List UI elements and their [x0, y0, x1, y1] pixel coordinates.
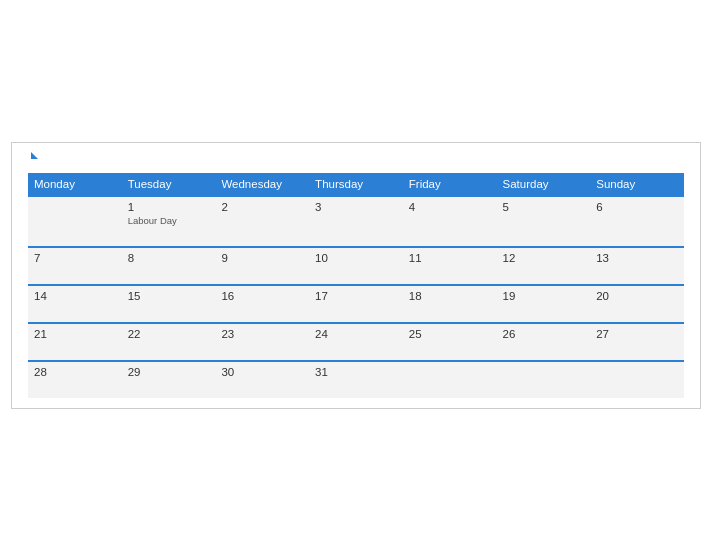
weekday-tuesday: Tuesday: [122, 173, 216, 196]
day-number: 7: [34, 252, 116, 264]
day-number: 15: [128, 290, 210, 302]
day-cell: 23: [215, 323, 309, 361]
day-cell: 3: [309, 196, 403, 247]
day-cell: 12: [497, 247, 591, 285]
day-cell: 30: [215, 361, 309, 398]
logo-triangle-icon: [31, 152, 38, 159]
day-number: 12: [503, 252, 585, 264]
day-number: 17: [315, 290, 397, 302]
day-number: 28: [34, 366, 116, 378]
week-row-3: 14151617181920: [28, 285, 684, 323]
day-number: 29: [128, 366, 210, 378]
day-cell: 22: [122, 323, 216, 361]
day-cell: 2: [215, 196, 309, 247]
calendar-table: MondayTuesdayWednesdayThursdayFridaySatu…: [28, 173, 684, 398]
weekday-monday: Monday: [28, 173, 122, 196]
day-number: 25: [409, 328, 491, 340]
day-cell: 19: [497, 285, 591, 323]
day-number: 5: [503, 201, 585, 213]
day-cell: 6: [590, 196, 684, 247]
day-number: 24: [315, 328, 397, 340]
day-number: 3: [315, 201, 397, 213]
day-number: 20: [596, 290, 678, 302]
weekday-saturday: Saturday: [497, 173, 591, 196]
day-cell: 25: [403, 323, 497, 361]
day-number: 8: [128, 252, 210, 264]
day-number: 19: [503, 290, 585, 302]
calendar-container: MondayTuesdayWednesdayThursdayFridaySatu…: [11, 142, 701, 409]
day-cell: 20: [590, 285, 684, 323]
day-cell: [497, 361, 591, 398]
day-cell: 16: [215, 285, 309, 323]
day-number: 16: [221, 290, 303, 302]
day-number: 30: [221, 366, 303, 378]
day-number: 1: [128, 201, 210, 213]
day-number: 26: [503, 328, 585, 340]
day-number: 11: [409, 252, 491, 264]
day-number: 31: [315, 366, 397, 378]
day-cell: 13: [590, 247, 684, 285]
day-cell: [28, 196, 122, 247]
day-cell: 31: [309, 361, 403, 398]
day-cell: 29: [122, 361, 216, 398]
day-number: 14: [34, 290, 116, 302]
day-number: 22: [128, 328, 210, 340]
day-cell: 14: [28, 285, 122, 323]
day-cell: 21: [28, 323, 122, 361]
day-cell: 8: [122, 247, 216, 285]
day-cell: 10: [309, 247, 403, 285]
day-number: 10: [315, 252, 397, 264]
weekday-friday: Friday: [403, 173, 497, 196]
day-cell: 11: [403, 247, 497, 285]
day-cell: 18: [403, 285, 497, 323]
day-cell: 5: [497, 196, 591, 247]
day-cell: 7: [28, 247, 122, 285]
day-cell: 15: [122, 285, 216, 323]
day-number: 2: [221, 201, 303, 213]
week-row-1: 1Labour Day23456: [28, 196, 684, 247]
week-row-4: 21222324252627: [28, 323, 684, 361]
weekday-header-row: MondayTuesdayWednesdayThursdayFridaySatu…: [28, 173, 684, 196]
weekday-wednesday: Wednesday: [215, 173, 309, 196]
holiday-label: Labour Day: [128, 215, 210, 226]
weekday-sunday: Sunday: [590, 173, 684, 196]
day-cell: [590, 361, 684, 398]
day-number: 23: [221, 328, 303, 340]
day-cell: 9: [215, 247, 309, 285]
day-cell: 28: [28, 361, 122, 398]
day-number: 6: [596, 201, 678, 213]
day-number: 18: [409, 290, 491, 302]
week-row-5: 28293031: [28, 361, 684, 398]
day-cell: 17: [309, 285, 403, 323]
day-number: 21: [34, 328, 116, 340]
day-cell: 26: [497, 323, 591, 361]
day-cell: 1Labour Day: [122, 196, 216, 247]
week-row-2: 78910111213: [28, 247, 684, 285]
day-cell: 4: [403, 196, 497, 247]
day-number: 9: [221, 252, 303, 264]
day-number: 4: [409, 201, 491, 213]
weekday-thursday: Thursday: [309, 173, 403, 196]
day-cell: [403, 361, 497, 398]
day-number: 27: [596, 328, 678, 340]
day-cell: 24: [309, 323, 403, 361]
day-number: 13: [596, 252, 678, 264]
day-cell: 27: [590, 323, 684, 361]
